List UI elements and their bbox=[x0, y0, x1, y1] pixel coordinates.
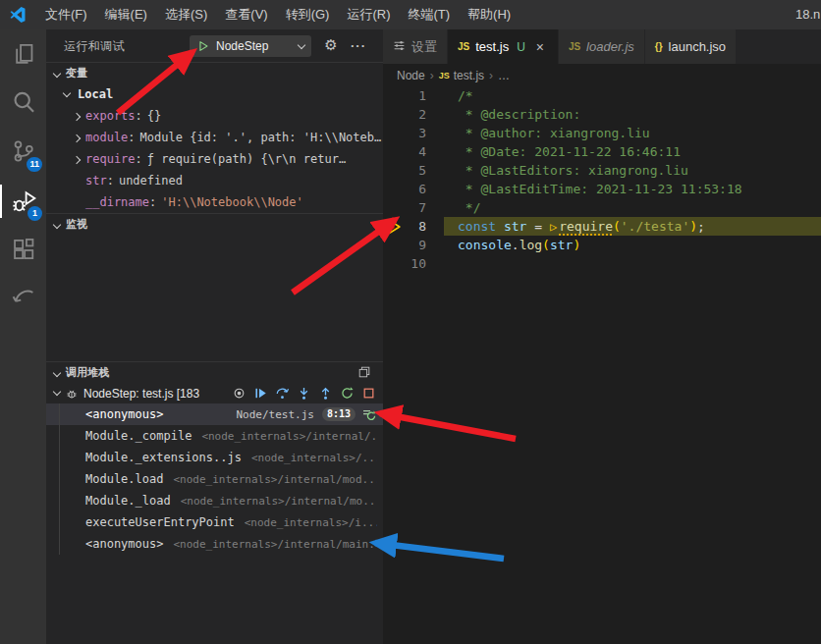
menu-item-4[interactable]: 查看(V) bbox=[216, 0, 276, 29]
activity-item-source-control[interactable]: 11 bbox=[0, 128, 46, 177]
line-content[interactable]: * @description: bbox=[444, 105, 821, 124]
line-number: 1 bbox=[383, 86, 426, 105]
breadcrumb-item[interactable]: test.js bbox=[454, 69, 484, 82]
editor-gutter[interactable]: 6 bbox=[383, 180, 444, 198]
line-content[interactable]: const str = ▷require('./testa'); bbox=[444, 217, 821, 236]
line-content[interactable]: * @LastEditors: xiangrong.liu bbox=[444, 161, 821, 180]
breadcrumb[interactable]: Node›JStest.js›… bbox=[383, 64, 821, 86]
line-content[interactable]: */ bbox=[444, 198, 821, 217]
tab-test.js[interactable]: JStest.jsU× bbox=[448, 29, 559, 64]
pause-icon[interactable] bbox=[232, 386, 246, 401]
extensions-icon bbox=[11, 237, 36, 265]
variable-name: __dirname bbox=[85, 195, 149, 209]
vscode-logo-icon bbox=[9, 6, 27, 24]
variables-scope-local[interactable]: Local bbox=[46, 83, 383, 105]
stack-frame-row[interactable]: <anonymous><node_internals>/internal/mai… bbox=[46, 533, 383, 555]
step-into-icon[interactable] bbox=[297, 386, 311, 401]
launch-config-name: NodeStep bbox=[216, 39, 299, 53]
restart-frame-icon[interactable] bbox=[361, 406, 377, 422]
editor-gutter[interactable]: 4 bbox=[383, 142, 444, 161]
code-line[interactable]: 7 */ bbox=[383, 198, 821, 217]
menu-item-3[interactable]: 选择(S) bbox=[156, 0, 216, 29]
editor-gutter[interactable]: 8 bbox=[383, 217, 444, 236]
variable-row[interactable]: str:undefined bbox=[46, 170, 383, 191]
tab-loader.js[interactable]: JSloader.js bbox=[559, 29, 645, 64]
variable-row[interactable]: exports:{} bbox=[46, 105, 383, 127]
continue-icon[interactable] bbox=[253, 386, 268, 401]
line-content[interactable]: * @LastEditTime: 2021-11-23 11:53:18 bbox=[444, 180, 821, 198]
menu-item-7[interactable]: 终端(T) bbox=[399, 0, 459, 29]
stack-frame-row[interactable]: Module._compile<node_internals>/internal… bbox=[46, 425, 383, 447]
files-icon bbox=[11, 40, 36, 69]
editor-gutter[interactable]: 7 bbox=[383, 198, 444, 217]
line-content[interactable]: /* bbox=[444, 86, 821, 105]
code-line[interactable]: 8const str = ▷require('./testa'); bbox=[383, 217, 821, 236]
editor-gutter[interactable]: 10 bbox=[383, 254, 444, 273]
js-icon: JS bbox=[569, 41, 580, 52]
frame-path: <node_internals>/internal/mod... bbox=[173, 473, 377, 486]
activity-item-run-and-debug[interactable]: 1 bbox=[0, 177, 46, 226]
stack-frame-row[interactable]: Module._extensions..js<node_internals>/.… bbox=[46, 447, 383, 468]
menu-item-5[interactable]: 转到(G) bbox=[277, 0, 339, 29]
menu-item-8[interactable]: 帮助(H) bbox=[459, 0, 520, 29]
editor-gutter[interactable]: 9 bbox=[383, 236, 444, 254]
code-line[interactable]: 5 * @LastEditors: xiangrong.liu bbox=[383, 161, 821, 180]
editor-gutter[interactable]: 2 bbox=[383, 105, 444, 124]
variable-row[interactable]: require:ƒ require(path) {\r\n retur… bbox=[46, 148, 383, 170]
breadcrumb-item[interactable]: Node bbox=[397, 69, 425, 82]
step-out-icon[interactable] bbox=[318, 386, 333, 401]
frame-path: <node_internals>/... bbox=[251, 452, 377, 464]
editor-gutter[interactable]: 1 bbox=[383, 86, 444, 105]
launch-config-dropdown[interactable]: NodeStep bbox=[190, 35, 311, 57]
line-content[interactable] bbox=[444, 254, 821, 273]
step-over-icon[interactable] bbox=[275, 386, 290, 401]
stack-frame-row[interactable]: <anonymous>Node/test.js8:13 bbox=[46, 403, 383, 425]
frame-name: Module._compile bbox=[85, 429, 192, 443]
menu-item-1[interactable]: 文件(F) bbox=[36, 0, 96, 29]
breakpoint-current-icon[interactable] bbox=[386, 218, 403, 235]
activity-item-references[interactable] bbox=[0, 275, 46, 324]
activity-item-search[interactable] bbox=[0, 79, 46, 128]
tab-launch.jso[interactable]: {}launch.jso bbox=[645, 29, 737, 64]
line-content[interactable]: console.log(str) bbox=[444, 236, 821, 254]
variable-name: require bbox=[85, 152, 136, 166]
variables-section-header[interactable]: 变量 bbox=[46, 62, 383, 83]
stack-frame-row[interactable]: Module.load<node_internals>/internal/mod… bbox=[46, 468, 383, 490]
line-number: 7 bbox=[383, 198, 426, 217]
more-actions-icon[interactable]: ··· bbox=[348, 34, 369, 56]
editor-gutter[interactable]: 5 bbox=[383, 161, 444, 180]
stack-frame-row[interactable]: Module._load<node_internals>/internal/mo… bbox=[46, 490, 383, 511]
line-content[interactable]: * @author: xiangrong.liu bbox=[444, 124, 821, 142]
gear-icon[interactable]: ⚙ bbox=[320, 34, 342, 56]
menu-item-6[interactable]: 运行(R) bbox=[338, 0, 399, 29]
editor-gutter[interactable]: 3 bbox=[383, 124, 444, 142]
activity-item-extensions[interactable] bbox=[0, 226, 46, 275]
twistie-icon bbox=[74, 109, 85, 123]
code-line[interactable]: 10 bbox=[383, 254, 821, 273]
callstack-section-header[interactable]: 调用堆栈 bbox=[46, 361, 383, 383]
stop-icon[interactable] bbox=[361, 386, 376, 401]
debug-session-row[interactable]: NodeStep: test.js [183… bbox=[46, 383, 383, 403]
code-line[interactable]: 1/* bbox=[383, 86, 821, 105]
chevron-right-icon: › bbox=[430, 69, 434, 82]
code-line[interactable]: 2 * @description: bbox=[383, 105, 821, 124]
code-editor: 1/*2 * @description:3 * @author: xiangro… bbox=[383, 86, 821, 273]
activity-item-explorer[interactable] bbox=[0, 29, 46, 79]
close-icon[interactable]: × bbox=[532, 39, 548, 55]
code-line[interactable]: 4 * @Date: 2021-11-22 16:46:11 bbox=[383, 142, 821, 161]
open-stack-view-icon[interactable] bbox=[357, 365, 371, 381]
code-line[interactable]: 9console.log(str) bbox=[383, 236, 821, 254]
variable-row[interactable]: __dirname:'H:\\Notebook\\Node' bbox=[46, 191, 383, 213]
variable-row[interactable]: module:Module {id: '.', path: 'H:\\Noteb… bbox=[46, 127, 383, 148]
watch-section-header[interactable]: 监视 bbox=[46, 213, 383, 235]
frame-path: <node_internals>/internal/... bbox=[201, 430, 377, 443]
restart-icon[interactable] bbox=[340, 386, 355, 401]
tab-设置[interactable]: 设置 bbox=[383, 29, 448, 64]
stack-frame-row[interactable]: executeUserEntryPoint<node_internals>/i.… bbox=[46, 511, 383, 533]
start-debugging-icon[interactable] bbox=[196, 39, 210, 53]
breadcrumb-item[interactable]: … bbox=[498, 69, 510, 82]
code-line[interactable]: 3 * @author: xiangrong.liu bbox=[383, 124, 821, 142]
menu-item-2[interactable]: 编辑(E) bbox=[96, 0, 156, 29]
code-line[interactable]: 6 * @LastEditTime: 2021-11-23 11:53:18 bbox=[383, 180, 821, 198]
line-content[interactable]: * @Date: 2021-11-22 16:46:11 bbox=[444, 142, 821, 161]
